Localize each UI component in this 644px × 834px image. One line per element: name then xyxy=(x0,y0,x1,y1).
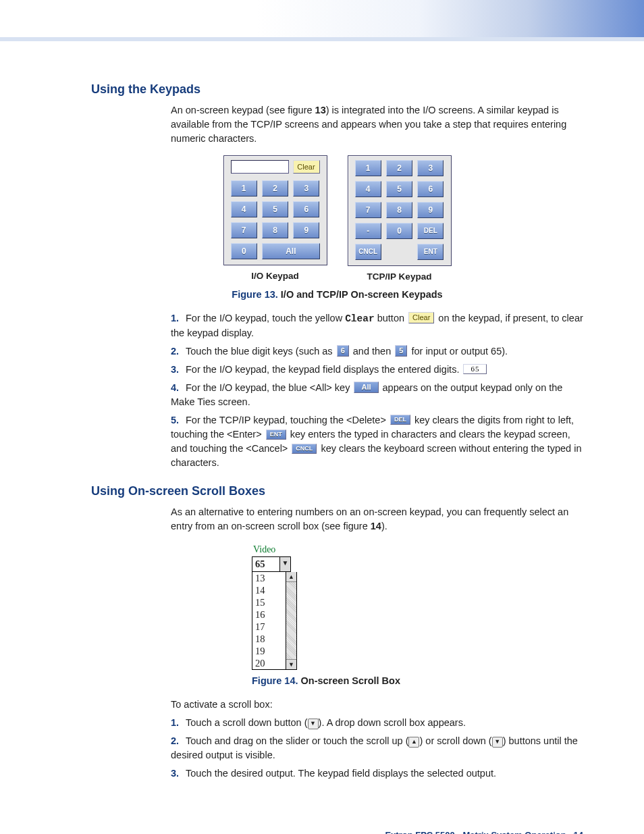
intro-scrollboxes: As an alternative to entering numbers on… xyxy=(171,505,583,533)
list-item[interactable]: 16 xyxy=(255,608,283,621)
io-key-all[interactable]: All xyxy=(262,243,319,259)
inline-ent-button[interactable]: ENT xyxy=(266,429,286,440)
inline-key-6[interactable]: 6 xyxy=(337,345,349,357)
text: Touch the desired output. The keypad fie… xyxy=(186,768,496,779)
step-num-5: 5. xyxy=(171,413,186,427)
step-sb-3: 3.Touch the desired output. The keypad f… xyxy=(171,766,583,781)
list-item[interactable]: 14 xyxy=(255,584,283,596)
list-item[interactable]: 17 xyxy=(255,621,283,633)
tcp-keypad-column: 1 2 3 4 5 6 7 8 9 - 0 DEL CNCL ENT TC xyxy=(348,155,452,284)
io-key-7[interactable]: 7 xyxy=(231,222,257,238)
scrollbox-scrollbar[interactable]: ▲ ▼ xyxy=(286,572,297,670)
tcp-key-0[interactable]: 0 xyxy=(386,223,412,239)
fig-ref-14: 14 xyxy=(371,521,381,531)
heading-keypads: Using the Keypads xyxy=(91,80,583,98)
step-4: 4.For the I/O keypad, the blue <All> key… xyxy=(171,381,583,409)
step-num-3: 3. xyxy=(171,363,186,377)
inline-clear-button[interactable]: Clear xyxy=(408,312,434,323)
list-item[interactable]: 18 xyxy=(255,633,283,645)
step-num: 1. xyxy=(171,716,186,730)
step-sb-1: 1.Touch a scroll down button (▼). A drop… xyxy=(171,716,583,730)
tcp-key-ent[interactable]: ENT xyxy=(417,244,444,260)
inline-scroll-down-icon[interactable]: ▼ xyxy=(492,737,503,748)
io-clear-button[interactable]: Clear xyxy=(293,160,320,174)
list-item[interactable]: 13 xyxy=(255,572,283,584)
text: For the I/O keypad, touch the yellow xyxy=(186,313,345,323)
io-key-5[interactable]: 5 xyxy=(262,201,288,217)
page-content: Using the Keypads An on-screen keypad (s… xyxy=(0,41,644,809)
step-1: 1.For the I/O keypad, touch the yellow C… xyxy=(171,311,583,340)
text: ). xyxy=(381,521,387,531)
tcp-key-7[interactable]: 7 xyxy=(355,202,381,218)
io-keypad-display[interactable] xyxy=(231,160,289,174)
inline-del-button[interactable]: DEL xyxy=(390,415,410,425)
inline-cncl-button[interactable]: CNCL xyxy=(292,444,317,454)
tcp-key-cncl[interactable]: CNCL xyxy=(355,244,381,260)
io-key-3[interactable]: 3 xyxy=(293,180,319,197)
tcp-keypad-panel: 1 2 3 4 5 6 7 8 9 - 0 DEL CNCL ENT xyxy=(348,155,452,266)
text: Touch a scroll down button ( xyxy=(186,717,308,728)
tcp-key-5[interactable]: 5 xyxy=(386,181,412,197)
steps-scrollbox: 1.Touch a scroll down button (▼). A drop… xyxy=(171,716,583,781)
text: Touch and drag on the slider or touch th… xyxy=(186,735,408,746)
step-num: 2. xyxy=(171,734,186,748)
io-key-8[interactable]: 8 xyxy=(262,222,288,238)
list-item[interactable]: 15 xyxy=(255,596,283,608)
tcp-key-6[interactable]: 6 xyxy=(417,181,444,197)
step-sb-2: 2.Touch and drag on the slider or touch … xyxy=(171,734,583,762)
io-key-4[interactable]: 4 xyxy=(231,201,257,217)
tcp-key-8[interactable]: 8 xyxy=(386,202,412,218)
tcp-key-2[interactable]: 2 xyxy=(386,160,412,176)
inline-scroll-up-icon[interactable]: ▲ xyxy=(408,737,419,748)
step-num-2: 2. xyxy=(171,344,186,359)
text: and then xyxy=(350,346,394,357)
tcp-key-4[interactable]: 4 xyxy=(355,181,381,197)
text: As an alternative to entering numbers on… xyxy=(171,506,568,531)
io-keypad-panel: Clear 1 2 3 4 5 6 7 8 9 0 All xyxy=(223,155,327,265)
io-key-9[interactable]: 9 xyxy=(293,222,319,238)
page-number: 14 xyxy=(574,830,583,834)
fig13-title: I/O and TCP/IP On-screen Keypads xyxy=(281,289,443,300)
heading-scrollboxes: Using On-screen Scroll Boxes xyxy=(91,482,583,500)
io-key-6[interactable]: 6 xyxy=(293,201,319,217)
text: For the TCP/IP keypad, touching the <Del… xyxy=(186,415,389,425)
text: For the I/O keypad, the keypad field dis… xyxy=(186,364,462,375)
text: ). A drop down scroll box appears. xyxy=(319,717,466,728)
tcp-key-del[interactable]: DEL xyxy=(417,223,444,239)
tcp-keypad-caption: TCP/IP Keypad xyxy=(348,270,452,284)
steps-keypad: 1.For the I/O keypad, touch the yellow C… xyxy=(171,311,583,470)
inline-field-65: 65 xyxy=(463,364,487,374)
scroll-down-icon[interactable]: ▼ xyxy=(286,659,296,669)
inline-key-5[interactable]: 5 xyxy=(395,345,407,357)
tcp-key-dash[interactable]: - xyxy=(355,223,381,239)
text: button xyxy=(375,313,407,323)
text: ) or scroll down ( xyxy=(419,735,491,746)
tcp-key-1[interactable]: 1 xyxy=(355,160,381,176)
fig-ref-13: 13 xyxy=(315,105,326,115)
list-item[interactable]: 19 xyxy=(255,645,283,657)
scrollbox-list[interactable]: 13 14 15 16 17 18 19 20 xyxy=(252,572,286,670)
inline-all-button[interactable]: All xyxy=(354,382,378,393)
text: For the I/O keypad, the blue <All> key xyxy=(186,382,352,393)
clear-literal: Clear xyxy=(345,313,375,324)
footer-text: Extron FPC 5500 • Matrix System Operatio… xyxy=(385,830,566,834)
step-5: 5.For the TCP/IP keypad, touching the <D… xyxy=(171,413,583,470)
text: Touch the blue digit keys (such as xyxy=(186,346,336,357)
step-num: 3. xyxy=(171,766,186,781)
figure-14-caption: Figure 14. On-screen Scroll Box xyxy=(252,674,583,688)
io-keypad-column: Clear 1 2 3 4 5 6 7 8 9 0 All I/ xyxy=(223,155,327,284)
intro-keypads: An on-screen keypad (see figure 13) is i… xyxy=(171,103,583,146)
figure-13-keypads: Clear 1 2 3 4 5 6 7 8 9 0 All I/ xyxy=(91,155,583,284)
step-num-4: 4. xyxy=(171,381,186,395)
io-key-0[interactable]: 0 xyxy=(231,243,258,259)
list-item[interactable]: 20 xyxy=(255,657,283,669)
io-key-2[interactable]: 2 xyxy=(262,180,288,197)
scroll-up-icon[interactable]: ▲ xyxy=(286,572,296,582)
io-key-1[interactable]: 1 xyxy=(231,180,257,197)
scrollbox-dropdown-button[interactable]: ▼ xyxy=(280,556,291,572)
tcp-key-3[interactable]: 3 xyxy=(417,160,444,176)
inline-scroll-down-icon[interactable]: ▼ xyxy=(308,719,319,729)
fig14-label: Figure 14. xyxy=(252,675,298,686)
tcp-key-9[interactable]: 9 xyxy=(417,202,444,218)
scrollbox-selected[interactable]: 65 xyxy=(252,556,280,572)
